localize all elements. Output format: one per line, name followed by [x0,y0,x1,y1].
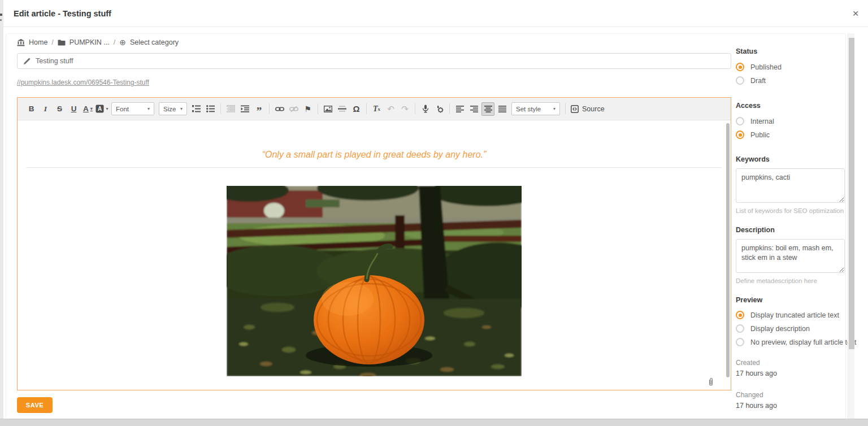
size-dropdown[interactable]: Size▾ [159,102,187,115]
align-center-button[interactable] [481,102,494,116]
modal-header: Edit article - Testing stuff × [3,0,868,27]
preview-label: Preview [736,296,849,304]
background-color-button[interactable]: A ▾ [96,102,108,116]
font-dropdown[interactable]: Font▾ [111,102,154,115]
justify-button[interactable] [496,102,509,116]
article-url-link[interactable]: //pumpkins.ladesk.com/069546-Testing-stu… [17,79,149,86]
strikethrough-button[interactable]: S [53,102,66,116]
keywords-textarea[interactable]: pumpkins, cacti [736,168,845,203]
modal-scrollbar-track[interactable] [848,33,854,419]
created-label: Created [736,359,849,367]
radio-unselected-icon [736,117,744,125]
content-horizontal-rule [27,167,722,168]
save-button[interactable]: SAVE [17,397,53,413]
remove-format-button[interactable]: Tx [370,102,383,116]
anchor-flag-button[interactable]: ⚑ [301,102,314,116]
description-hint: Define metadescription here [736,277,849,284]
toolbar-separator [269,103,270,114]
radio-unselected-icon [736,338,744,346]
access-public-radio[interactable]: Public [736,131,849,139]
pencil-icon [23,58,31,65]
preview-truncated-radio[interactable]: Display truncated article text [736,311,849,319]
blockquote-button[interactable]: ” [253,102,266,116]
breadcrumb-separator-2: / [114,38,115,46]
editor-toolbar: B I S U A▾ A ▾ Font▾ Size▾ ” [18,98,731,120]
breadcrumb-separator: / [51,38,53,46]
attachment-paperclip-icon[interactable] [707,377,715,386]
toolbar-separator [366,103,367,114]
status-label: Status [736,47,849,55]
created-value: 17 hours ago [736,370,849,377]
bullet-list-button[interactable] [204,102,217,116]
chevron-down-icon: ▾ [553,106,555,111]
decrease-indent-button[interactable] [224,102,237,116]
keywords-label: Keywords [736,155,849,163]
breadcrumb-category[interactable]: PUMPKIN ... [70,38,110,46]
editor-scrollbar[interactable] [726,123,730,377]
breadcrumb-home[interactable]: Home [29,38,47,46]
insert-link-button[interactable] [273,102,286,116]
page-background-strip [0,419,868,426]
increase-indent-button[interactable] [238,102,251,116]
status-draft-radio[interactable]: Draft [736,76,849,85]
toolbar-separator [449,103,450,114]
access-label: Access [736,102,849,110]
special-character-button[interactable]: Ω [350,102,363,116]
insert-image-button[interactable] [322,102,335,116]
align-right-button[interactable] [467,102,480,116]
keywords-hint: List of keywords for SEO optimization [736,207,849,214]
align-left-button[interactable] [453,102,466,116]
preview-nopreview-radio[interactable]: No preview, display full article text [736,338,849,346]
numbered-list-button[interactable] [190,102,203,116]
article-settings-sidebar: Status Published Draft Access Internal P… [736,47,849,410]
modal-title: Edit article - Testing stuff [14,9,111,18]
article-title-input[interactable] [36,57,731,65]
home-icon [17,39,25,46]
preview-description-radio[interactable]: Display description [736,324,849,333]
text-color-button[interactable]: A▾ [81,102,94,116]
breadcrumb: Home / PUMPKIN ... / ⊕ Select category [17,38,179,46]
description-label: Description [736,226,849,234]
dictation-settings-gear-button[interactable] [433,102,446,116]
toolbar-separator [415,103,415,114]
undo-button[interactable]: ↶ [384,102,397,116]
chevron-down-icon: ▾ [106,106,108,111]
unlink-button[interactable] [287,102,300,116]
radio-unselected-icon [736,76,744,85]
article-image-pumpkin[interactable] [227,186,522,376]
toolbar-separator [318,103,318,114]
radio-unselected-icon [736,324,744,333]
toolbar-separator [220,103,221,114]
modal-scrollbar-thumb[interactable] [849,38,854,349]
italic-button[interactable]: I [39,102,52,116]
source-button[interactable]: Source [568,105,607,113]
redo-button[interactable]: ↷ [398,102,411,116]
close-icon[interactable]: × [849,7,862,20]
select-category-icon: ⊕ [119,38,126,46]
changed-label: Changed [736,391,849,399]
radio-selected-icon [736,311,744,319]
bold-button[interactable]: B [25,102,38,116]
horizontal-rule-button[interactable] [336,102,349,116]
dictation-microphone-button[interactable] [419,102,432,116]
article-quote-text: “Only a small part is played in great de… [18,150,731,160]
description-textarea[interactable]: pumpkins: boil em, mash em, stick em in … [736,239,845,273]
set-style-dropdown[interactable]: Set style▾ [511,102,560,115]
editor-content-area[interactable]: “Only a small part is played in great de… [18,120,731,390]
underline-button[interactable]: U [67,102,80,116]
status-published-radio[interactable]: Published [736,63,849,71]
chevron-down-icon: ▾ [147,106,150,111]
edit-article-modal: Edit article - Testing stuff × Home / PU… [3,0,868,419]
chevron-down-icon: ▾ [90,106,93,111]
changed-value: 17 hours ago [736,402,849,410]
article-title-field[interactable] [17,53,731,69]
toolbar-separator [565,103,566,114]
svg-text:A: A [98,106,102,112]
access-internal-radio[interactable]: Internal [736,117,849,125]
breadcrumb-select-category[interactable]: Select category [130,38,179,46]
radio-selected-icon [736,63,744,71]
radio-selected-icon [736,131,744,139]
source-icon [571,105,579,113]
rich-text-editor: B I S U A▾ A ▾ Font▾ Size▾ ” [17,97,731,390]
chevron-down-icon: ▾ [180,106,183,111]
